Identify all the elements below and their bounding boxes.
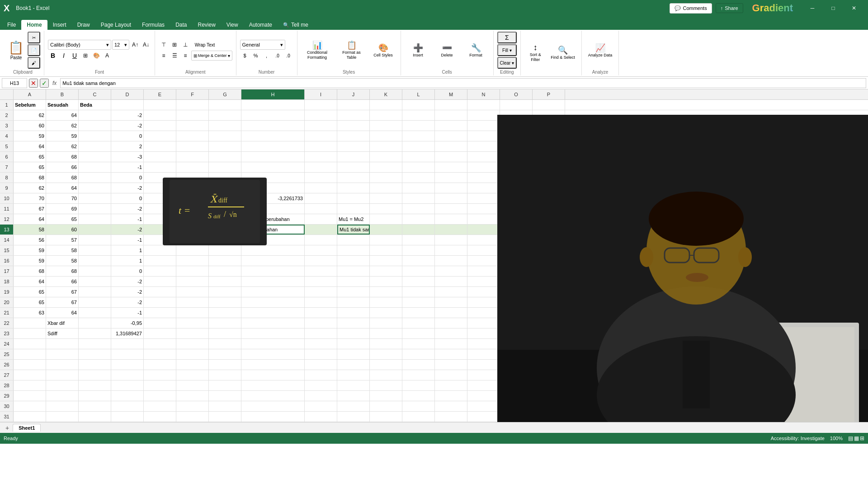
cell-M20[interactable]	[435, 297, 467, 307]
col-header-H[interactable]: H	[241, 89, 305, 99]
cell-N5[interactable]	[467, 141, 500, 151]
cell-J27[interactable]	[337, 370, 370, 380]
cell-D10[interactable]: 0	[111, 193, 144, 203]
cell-H2[interactable]	[241, 110, 305, 120]
cell-I17[interactable]	[305, 266, 337, 276]
cell-H21[interactable]	[241, 308, 305, 318]
sheet-tab-sheet1[interactable]: Sheet1	[13, 424, 41, 432]
comma-button[interactable]: ,	[262, 51, 272, 61]
col-header-N[interactable]: N	[467, 89, 500, 99]
align-bottom-button[interactable]: ⊥	[180, 40, 190, 50]
cell-L21[interactable]	[402, 308, 435, 318]
cell-I6[interactable]	[305, 152, 337, 162]
merge-center-button[interactable]: ⊞ Merge & Center ▾	[191, 51, 232, 61]
cell-A26[interactable]	[14, 360, 46, 370]
cell-C27[interactable]	[79, 370, 111, 380]
cell-M9[interactable]	[435, 183, 467, 193]
col-header-O[interactable]: O	[500, 89, 533, 99]
cell-B30[interactable]	[46, 401, 79, 411]
cell-G6[interactable]	[209, 152, 241, 162]
cell-D15[interactable]: 1	[111, 245, 144, 255]
cell-B10[interactable]: 70	[46, 193, 79, 203]
align-middle-button[interactable]: ⊞	[170, 40, 179, 50]
cell-C2[interactable]	[79, 110, 111, 120]
cell-C8[interactable]	[79, 173, 111, 183]
cell-N1[interactable]	[467, 100, 500, 110]
row-num-3[interactable]: 3	[0, 121, 14, 131]
cell-A31[interactable]	[14, 412, 46, 422]
cell-B19[interactable]: 67	[46, 287, 79, 297]
row-num-4[interactable]: 4	[0, 131, 14, 141]
cell-F7[interactable]	[176, 162, 209, 172]
cell-D21[interactable]: -1	[111, 308, 144, 318]
wrap-text-button[interactable]: Wrap Text	[191, 40, 218, 50]
percent-button[interactable]: %	[251, 51, 261, 61]
cell-A15[interactable]: 59	[14, 245, 46, 255]
cell-K19[interactable]	[370, 287, 402, 297]
col-header-P[interactable]: P	[533, 89, 565, 99]
cell-N20[interactable]	[467, 297, 500, 307]
cell-N13[interactable]	[467, 225, 500, 235]
cell-D5[interactable]: 2	[111, 141, 144, 151]
increase-decimal-button[interactable]: .0	[273, 51, 283, 61]
row-num-27[interactable]: 27	[0, 370, 14, 380]
cell-K14[interactable]	[370, 235, 402, 245]
cell-G23[interactable]	[209, 328, 241, 338]
cell-D8[interactable]: 0	[111, 173, 144, 183]
cell-A16[interactable]: 59	[14, 256, 46, 266]
cell-C7[interactable]	[79, 162, 111, 172]
cell-C19[interactable]	[79, 287, 111, 297]
delete-button[interactable]: ➖ Delete	[434, 38, 461, 63]
cell-E30[interactable]	[144, 401, 176, 411]
cell-N16[interactable]	[467, 256, 500, 266]
cell-B24[interactable]	[46, 339, 79, 349]
row-num-8[interactable]: 8	[0, 173, 14, 183]
cell-N29[interactable]	[467, 391, 500, 401]
cell-F24[interactable]	[176, 339, 209, 349]
cell-G27[interactable]	[209, 370, 241, 380]
cell-N8[interactable]	[467, 173, 500, 183]
cell-J21[interactable]	[337, 308, 370, 318]
cell-I9[interactable]	[305, 183, 337, 193]
cell-A20[interactable]: 65	[14, 297, 46, 307]
cell-L5[interactable]	[402, 141, 435, 151]
cell-E23[interactable]	[144, 328, 176, 338]
cell-F15[interactable]	[176, 245, 209, 255]
font-name-selector[interactable]: Calibri (Body) ▾	[48, 40, 111, 50]
cell-J22[interactable]	[337, 318, 370, 328]
cell-J2[interactable]	[337, 110, 370, 120]
cell-B6[interactable]: 68	[46, 152, 79, 162]
cell-M13[interactable]	[435, 225, 467, 235]
row-num-14[interactable]: 14	[0, 235, 14, 245]
cell-N11[interactable]	[467, 204, 500, 214]
cell-I10[interactable]	[305, 193, 337, 203]
cell-N31[interactable]	[467, 412, 500, 422]
cell-M22[interactable]	[435, 318, 467, 328]
cell-L11[interactable]	[402, 204, 435, 214]
cell-G7[interactable]	[209, 162, 241, 172]
cell-G25[interactable]	[209, 349, 241, 359]
cell-K7[interactable]	[370, 162, 402, 172]
cell-D2[interactable]: -2	[111, 110, 144, 120]
col-header-G[interactable]: G	[209, 89, 241, 99]
cell-B29[interactable]	[46, 391, 79, 401]
copy-button[interactable]: 📄	[28, 44, 40, 56]
cell-B4[interactable]: 59	[46, 131, 79, 141]
row-num-2[interactable]: 2	[0, 110, 14, 120]
cell-G21[interactable]	[209, 308, 241, 318]
cell-C30[interactable]	[79, 401, 111, 411]
cell-K20[interactable]	[370, 297, 402, 307]
cell-L7[interactable]	[402, 162, 435, 172]
cell-N15[interactable]	[467, 245, 500, 255]
find-select-button[interactable]: 🔍 Find & Select	[548, 40, 578, 66]
cell-L14[interactable]	[402, 235, 435, 245]
cell-E17[interactable]	[144, 266, 176, 276]
cell-D18[interactable]: -2	[111, 277, 144, 286]
cell-K25[interactable]	[370, 349, 402, 359]
cell-J11[interactable]	[337, 204, 370, 214]
row-num-20[interactable]: 20	[0, 297, 14, 307]
cell-M19[interactable]	[435, 287, 467, 297]
cell-G26[interactable]	[209, 360, 241, 370]
cell-J5[interactable]	[337, 141, 370, 151]
tab-file[interactable]: File	[2, 20, 21, 30]
